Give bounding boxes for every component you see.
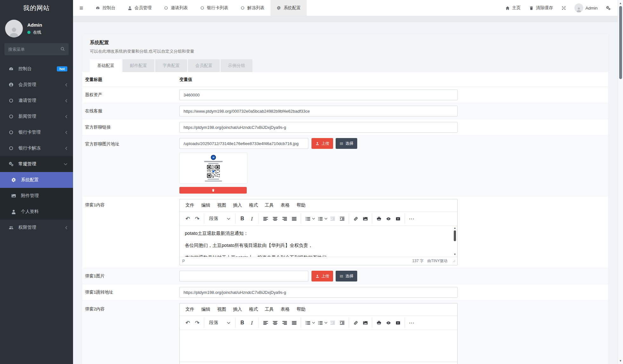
- menu-insert[interactable]: 插入: [230, 201, 245, 210]
- link-icon[interactable]: [351, 318, 360, 328]
- clear-cache-button[interactable]: 清除缓存: [529, 5, 553, 11]
- align-center-icon[interactable]: [271, 318, 279, 328]
- group-chat-image-input[interactable]: [179, 138, 308, 149]
- italic-icon[interactable]: I: [247, 318, 256, 328]
- chevron-down-icon[interactable]: [312, 322, 315, 324]
- menu-format[interactable]: 格式: [246, 201, 261, 210]
- sidebar-item-general[interactable]: 常规管理: [0, 156, 73, 172]
- preview-icon[interactable]: [384, 318, 393, 328]
- online-service-input[interactable]: [179, 106, 458, 116]
- sidebar-item-news[interactable]: 新闻管理: [0, 109, 73, 124]
- chevron-down-icon[interactable]: [325, 218, 327, 220]
- preview-icon[interactable]: [384, 214, 393, 223]
- choose-button[interactable]: 选择: [336, 138, 357, 149]
- sidebar-item-invites[interactable]: 邀请管理: [0, 93, 73, 109]
- choose-button[interactable]: 选择: [336, 271, 357, 281]
- chevron-down-icon[interactable]: [312, 218, 315, 220]
- menu-table[interactable]: 表格: [278, 201, 293, 210]
- scrollbar-thumb[interactable]: [619, 6, 622, 79]
- menu-format[interactable]: 格式: [246, 305, 261, 314]
- chevron-down-icon[interactable]: [325, 322, 327, 324]
- align-justify-icon[interactable]: [290, 318, 298, 328]
- menu-help[interactable]: 帮助: [293, 305, 309, 314]
- upload-button[interactable]: 上传: [312, 271, 333, 281]
- navtab-unfreeze-list[interactable]: 解冻列表: [234, 0, 271, 16]
- popup1-redirect-input[interactable]: [179, 287, 458, 298]
- menu-file[interactable]: 文件: [182, 305, 198, 314]
- upload-button[interactable]: 上传: [312, 138, 333, 149]
- sidebar-item-attachments[interactable]: 附件管理: [0, 188, 73, 204]
- redo-icon[interactable]: ↷: [193, 214, 202, 223]
- avatar[interactable]: [5, 20, 23, 37]
- navtab-system-config[interactable]: 系统配置: [271, 0, 307, 16]
- user-menu[interactable]: Admin: [574, 3, 598, 12]
- menu-tools[interactable]: 工具: [262, 305, 277, 314]
- navtab-bankcard-list[interactable]: 银行卡列表: [194, 0, 235, 16]
- sidebar-item-permissions[interactable]: 权限管理: [0, 220, 73, 235]
- align-left-icon[interactable]: [261, 214, 270, 223]
- word-count[interactable]: 137 字: [412, 258, 423, 264]
- popup1-image-input[interactable]: [179, 271, 308, 281]
- menu-insert[interactable]: 插入: [230, 305, 245, 314]
- numbered-list-icon[interactable]: [316, 318, 325, 328]
- link-icon[interactable]: [351, 214, 360, 223]
- sidebar-item-unfreeze[interactable]: 银行卡解冻: [0, 140, 73, 156]
- align-right-icon[interactable]: [280, 318, 289, 328]
- menu-help[interactable]: 帮助: [293, 201, 309, 210]
- outdent-icon[interactable]: [328, 318, 337, 328]
- print-icon[interactable]: [374, 214, 383, 223]
- navtab-members[interactable]: 会员管理: [122, 0, 158, 16]
- sidebar-item-members[interactable]: 会员管理: [0, 77, 73, 93]
- image-preview-thumbnail[interactable]: [179, 153, 247, 184]
- more-options-icon[interactable]: ⋯: [407, 214, 416, 223]
- fullscreen-button[interactable]: [561, 6, 566, 10]
- menu-tools[interactable]: 工具: [262, 201, 277, 210]
- align-right-icon[interactable]: [280, 214, 289, 223]
- sidebar-item-bankcards[interactable]: 银行卡管理: [0, 124, 73, 140]
- paragraph-format-select[interactable]: 段落: [206, 214, 233, 223]
- tab-basic-config[interactable]: 基础配置: [90, 59, 122, 72]
- bold-icon[interactable]: B: [238, 318, 247, 328]
- more-options-icon[interactable]: ⋯: [407, 318, 416, 328]
- scroll-up-icon[interactable]: ▲: [454, 227, 456, 230]
- paragraph-format-select[interactable]: 段落: [206, 318, 233, 328]
- undo-icon[interactable]: ↶: [183, 318, 192, 328]
- tab-example-group[interactable]: 示例分组: [221, 59, 252, 72]
- menu-table[interactable]: 表格: [278, 305, 293, 314]
- align-left-icon[interactable]: [261, 318, 270, 328]
- outdent-icon[interactable]: [328, 214, 337, 223]
- italic-icon[interactable]: I: [247, 214, 256, 223]
- home-button[interactable]: 主页: [505, 5, 521, 11]
- indent-icon[interactable]: [338, 214, 346, 223]
- menu-edit[interactable]: 编辑: [198, 201, 213, 210]
- tab-dictionary-config[interactable]: 字典配置: [155, 59, 187, 72]
- tab-member-config[interactable]: 会员配置: [188, 59, 220, 72]
- navtab-invite-list[interactable]: 邀请列表: [158, 0, 194, 16]
- resize-grip[interactable]: [452, 260, 455, 262]
- print-icon[interactable]: [374, 318, 383, 328]
- align-center-icon[interactable]: [271, 214, 279, 223]
- scrollbar-thumb[interactable]: [454, 230, 456, 241]
- search-input[interactable]: [4, 43, 69, 55]
- scroll-down-icon[interactable]: ▼: [454, 253, 456, 256]
- redo-icon[interactable]: ↷: [193, 318, 202, 328]
- numbered-list-icon[interactable]: [316, 214, 325, 223]
- align-justify-icon[interactable]: [290, 214, 298, 223]
- sidebar-item-profile[interactable]: 个人资料: [0, 204, 73, 220]
- hamburger-menu-icon[interactable]: ≡: [73, 0, 90, 16]
- settings-menu-button[interactable]: [606, 6, 611, 10]
- media-icon[interactable]: [393, 214, 402, 223]
- bold-icon[interactable]: B: [238, 214, 247, 223]
- insert-image-icon[interactable]: [361, 214, 370, 223]
- delete-image-button[interactable]: [179, 187, 247, 194]
- sidebar-item-system-config[interactable]: 系统配置: [0, 172, 73, 188]
- editor-content[interactable]: [180, 330, 457, 362]
- insert-image-icon[interactable]: [361, 318, 370, 328]
- tab-mail-config[interactable]: 邮件配置: [123, 59, 154, 72]
- undo-icon[interactable]: ↶: [183, 214, 192, 223]
- editor-content[interactable]: potato土豆退款最新消息通知： 各位同胞们，土豆potato所有项目退款由【…: [180, 226, 457, 257]
- sidebar-item-dashboard[interactable]: 控制台 hot: [0, 61, 73, 77]
- menu-edit[interactable]: 编辑: [198, 305, 213, 314]
- bullet-list-icon[interactable]: [303, 214, 312, 223]
- scroll-down-icon[interactable]: ▼: [619, 359, 622, 364]
